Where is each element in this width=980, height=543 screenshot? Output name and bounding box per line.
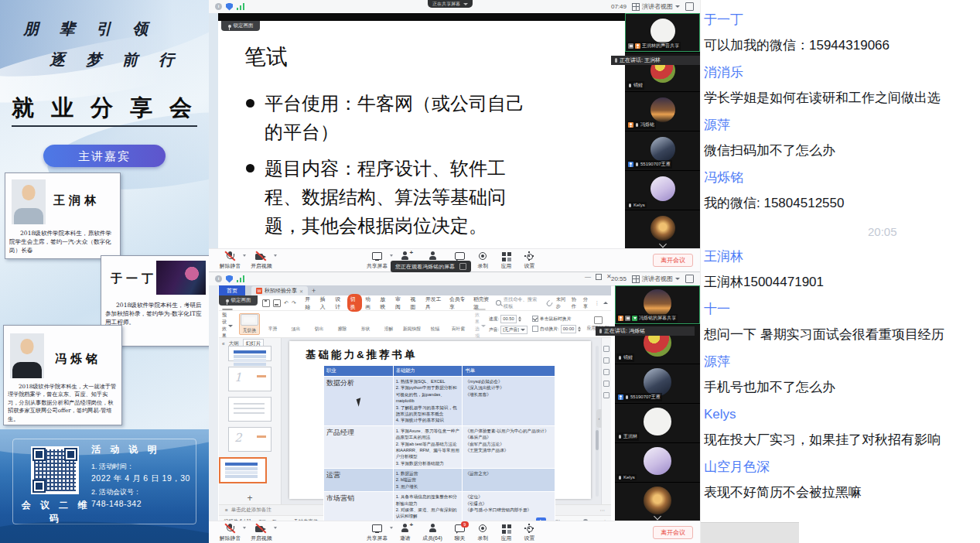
transition-option[interactable]: 溶解 (378, 313, 399, 333)
transition-option[interactable]: 轮辐 (425, 313, 446, 333)
info-icon[interactable]: i (215, 275, 222, 282)
ribbon-tab[interactable]: 会员专享 (446, 294, 470, 312)
speed-stepper[interactable] (518, 316, 521, 322)
members-button[interactable]: 成员(64) (422, 524, 442, 542)
wps-document-tab[interactable]: W 秋招经验分享 ✕ (251, 286, 308, 295)
chevron-down-icon[interactable] (659, 241, 667, 248)
chevron-down-icon[interactable] (243, 527, 246, 529)
transition-option[interactable]: 淡出 (285, 313, 306, 333)
slide-thumbnail[interactable]: 2 (228, 427, 271, 452)
mute-button[interactable]: 解除静音 (220, 251, 241, 270)
mouse-click-checkbox[interactable] (532, 316, 538, 322)
chevron-down-icon[interactable] (243, 254, 246, 257)
chat-button[interactable]: 9聊天 (454, 524, 466, 542)
maximize-button[interactable] (596, 274, 602, 280)
ribbon-tab[interactable]: 设计 (333, 294, 347, 312)
ribbon-tab[interactable]: 插入 (317, 294, 331, 312)
undo-icon[interactable]: ↶ (284, 300, 289, 306)
panel-icon[interactable] (603, 381, 610, 387)
panel-collapse-handle[interactable]: ‹ (596, 409, 602, 428)
slide-thumbnail[interactable] (219, 457, 267, 483)
auto-advance-stepper[interactable] (578, 326, 581, 332)
settings-button[interactable]: 设置 (524, 524, 535, 542)
record-button[interactable]: 录制 (477, 251, 489, 270)
view-mode-button[interactable]: 演讲者视图 (632, 2, 680, 11)
share-button[interactable]: 分享 (583, 296, 591, 310)
panel-icon[interactable] (603, 369, 610, 375)
ribbon-tab[interactable]: 动画 (363, 294, 377, 312)
fullscreen-icon[interactable] (685, 2, 694, 11)
participant-tile[interactable]: Kelys (625, 171, 700, 210)
ribbon-tab[interactable]: 开发工具 (423, 294, 446, 312)
panel-icon[interactable] (603, 392, 610, 398)
add-slide-button[interactable]: + (219, 493, 281, 504)
participant-tile[interactable]: Kelys (615, 443, 700, 482)
network-signal-icon[interactable] (237, 3, 244, 10)
transition-option[interactable]: 切出 (309, 313, 330, 333)
ribbon-tab[interactable]: 审阅 (393, 294, 407, 312)
command-search[interactable]: 查找命令、搜索模板 (496, 296, 541, 310)
collapse-pane-icon[interactable]: « (222, 341, 225, 347)
effect-options-button[interactable]: 效果选项 (475, 312, 486, 336)
panel-icon[interactable] (603, 357, 610, 364)
wps-home-tab[interactable]: 首页 (219, 285, 245, 295)
apps-button[interactable]: 应用 (500, 524, 512, 542)
speed-input[interactable]: 00.50 (500, 315, 517, 323)
leave-meeting-button[interactable]: 离开会议 (653, 254, 693, 267)
slide-thumbnail[interactable] (228, 397, 271, 422)
participant-tile[interactable]: 冯烁铭的屏幕共享 (615, 285, 700, 324)
settings-button[interactable]: 设置 (524, 251, 535, 270)
network-signal-icon[interactable] (237, 275, 244, 282)
shield-icon[interactable] (226, 3, 233, 11)
collapse-ribbon-icon[interactable] (603, 302, 608, 304)
participant-tile[interactable]: 冯烁铭 (625, 92, 700, 131)
record-button[interactable]: 录制 (477, 524, 489, 542)
info-icon[interactable]: i (215, 3, 222, 10)
share-screen-button[interactable]: 共享屏幕 (367, 251, 388, 270)
more-menu-icon[interactable]: ⋮ (595, 300, 599, 306)
camera-button[interactable]: 开启视频 (251, 251, 271, 270)
close-tab-icon[interactable]: ✕ (299, 289, 303, 294)
slide-thumbnail[interactable]: 1 (228, 367, 271, 391)
pin-view-tab[interactable]: 锁定画面 (221, 21, 260, 31)
redo-icon[interactable]: ↷ (292, 300, 296, 306)
fullscreen-icon[interactable] (685, 275, 694, 283)
pin-view-tab[interactable]: 锁定画面 (219, 295, 258, 306)
chat-input-stub[interactable] (701, 522, 799, 543)
transition-option[interactable]: 形状 (355, 313, 376, 333)
share-banner[interactable]: 正在共享屏幕 (428, 0, 473, 8)
sound-select[interactable]: [无声音] (500, 326, 528, 334)
invite-button[interactable]: +邀请 (399, 524, 411, 542)
ribbon-tab[interactable]: 开始 (302, 294, 316, 312)
chevron-down-icon[interactable] (390, 527, 393, 529)
participant-tile[interactable]: 55190707王雁 (615, 364, 700, 403)
more-options-icon[interactable]: ⋯ (600, 507, 606, 514)
chevron-down-icon[interactable] (274, 527, 277, 529)
transition-option[interactable]: 无切换 (239, 313, 260, 335)
print-icon[interactable] (273, 299, 281, 307)
transition-option[interactable]: 平滑 (262, 313, 283, 333)
auto-advance-time[interactable]: 00:00 (561, 325, 577, 333)
shield-icon[interactable] (226, 275, 233, 283)
apps-button[interactable]: 应用 (500, 251, 512, 270)
view-mode-button[interactable]: 演讲者视图 (632, 275, 680, 283)
exit-fullscreen-icon[interactable] (459, 263, 466, 270)
slide-thumbnail[interactable] (228, 346, 271, 361)
participant-tile[interactable]: 王润林 (615, 404, 700, 442)
ribbon-tab[interactable]: 放映 (377, 294, 391, 312)
collaborate-button[interactable]: 协作 (572, 296, 579, 310)
save-icon[interactable] (262, 299, 270, 307)
leave-meeting-button[interactable]: 离开会议 (653, 526, 693, 539)
ribbon-tab[interactable]: 切换 (347, 294, 361, 312)
participant-tile[interactable] (625, 210, 700, 249)
panel-icon[interactable] (603, 346, 610, 352)
participant-tile[interactable]: 王润林的声音共享 (625, 13, 700, 52)
camera-button[interactable]: 开启视频 (251, 524, 271, 542)
ribbon-tab[interactable]: 视图 (408, 294, 422, 312)
mute-button[interactable]: 解除静音 (220, 524, 241, 542)
chevron-down-icon[interactable] (390, 254, 393, 257)
preset-effects-button[interactable]: 预设效果 (222, 312, 233, 336)
minimize-button[interactable]: — (585, 273, 591, 280)
auto-advance-checkbox[interactable] (532, 326, 538, 332)
close-button[interactable]: ✕ (606, 273, 612, 280)
